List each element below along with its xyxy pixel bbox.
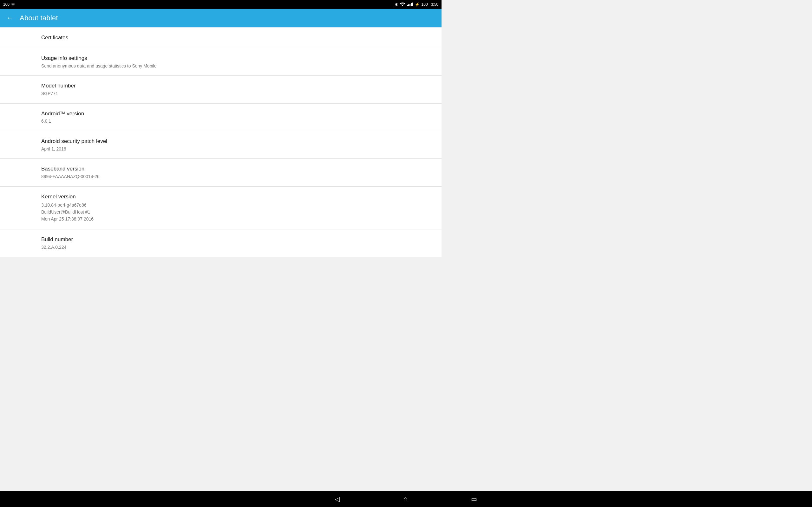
back-button[interactable]: ←	[6, 14, 13, 21]
battery-percent-left: 100	[3, 2, 9, 7]
app-bar: ← About tablet	[0, 9, 442, 27]
item-subtitle: 32.2.A.0.224	[41, 244, 400, 250]
item-subtitle: 6.0.1	[41, 118, 400, 124]
item-title: Build number	[41, 236, 400, 243]
item-subtitle: 8994-FAAAANAZQ-00014-26	[41, 174, 400, 180]
charging-icon: ⚡	[415, 2, 420, 7]
list-item[interactable]: Certificates	[0, 27, 442, 48]
time-display: 3:50	[431, 2, 438, 7]
status-bar: 100 ✉ ✱ ⚡ 100 3:50	[0, 0, 442, 9]
item-title: Kernel version	[41, 193, 400, 201]
battery-level: 100	[421, 2, 428, 7]
item-title: Android™ version	[41, 110, 400, 118]
bluetooth-icon: ✱	[395, 2, 398, 7]
status-bar-right: ✱ ⚡ 100 3:50	[395, 2, 438, 7]
status-bar-left: 100 ✉	[3, 2, 14, 7]
item-subtitle: April 1, 2016	[41, 146, 400, 153]
item-subtitle: SGP771	[41, 91, 400, 97]
signal-icon	[407, 2, 413, 7]
item-title: Baseband version	[41, 165, 400, 173]
item-title: Usage info settings	[41, 55, 400, 62]
list-item[interactable]: Baseband version8994-FAAAANAZQ-00014-26	[0, 159, 442, 186]
list-item[interactable]: Usage info settingsSend anonymous data a…	[0, 48, 442, 76]
settings-list: CertificatesUsage info settingsSend anon…	[0, 27, 442, 259]
wifi-icon	[400, 2, 405, 7]
list-item[interactable]: Android security patch levelApril 1, 201…	[0, 131, 442, 159]
list-item[interactable]: Model numberSGP771	[0, 76, 442, 103]
item-title: Certificates	[41, 34, 400, 42]
list-item[interactable]: Android™ version6.0.1	[0, 104, 442, 131]
list-item[interactable]: Kernel version3.10.84-perf-g4a67e86 Buil…	[0, 187, 442, 229]
item-title: Model number	[41, 82, 400, 90]
item-title: Android security patch level	[41, 137, 400, 145]
email-icon: ✉	[11, 2, 14, 7]
page-title: About tablet	[20, 14, 58, 22]
item-subtitle: Send anonymous data and usage statistics…	[41, 63, 400, 69]
list-item[interactable]: Build number32.2.A.0.224	[0, 229, 442, 257]
item-subtitle-multi: 3.10.84-perf-g4a67e86 BuildUser@BuildHos…	[41, 202, 400, 223]
